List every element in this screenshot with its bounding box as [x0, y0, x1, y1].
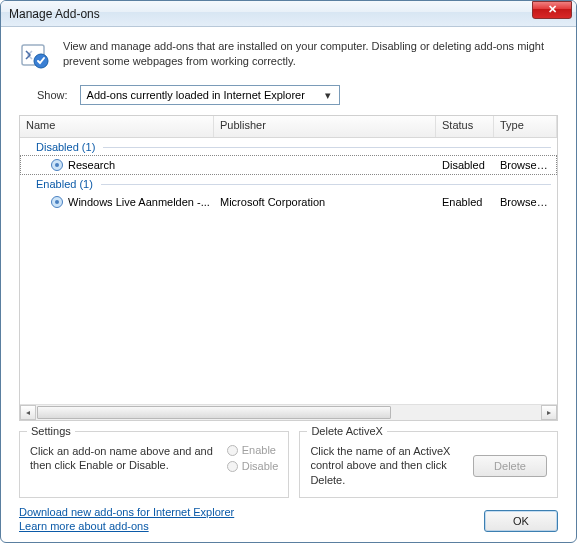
radio-icon — [227, 461, 238, 472]
disable-radio: Disable — [227, 460, 279, 472]
list-body: Disabled (1) Research Disabled Browser E… — [20, 138, 557, 404]
group-header-enabled[interactable]: Enabled (1) — [20, 175, 557, 192]
addon-status: Enabled — [436, 196, 494, 208]
addons-icon — [19, 39, 51, 71]
titlebar[interactable]: Manage Add-ons ✕ — [1, 1, 576, 27]
delete-button: Delete — [473, 455, 547, 477]
show-dropdown[interactable]: Add-ons currently loaded in Internet Exp… — [80, 85, 340, 105]
settings-desc: Click an add-on name above and and then … — [30, 444, 217, 473]
addon-status: Disabled — [436, 159, 494, 171]
header-row: View and manage add-ons that are install… — [19, 39, 558, 71]
window-title: Manage Add-ons — [9, 7, 532, 21]
delete-title: Delete ActiveX — [307, 425, 387, 437]
show-label: Show: — [37, 89, 68, 101]
enable-disable-radios: Enable Disable — [227, 444, 279, 472]
group-label: Disabled (1) — [36, 141, 95, 153]
footer-links: Download new add-ons for Internet Explor… — [19, 506, 474, 532]
bottom-panels: Settings Click an add-on name above and … — [19, 431, 558, 498]
learn-more-link[interactable]: Learn more about add-ons — [19, 520, 149, 532]
addon-type: Browser Ex — [494, 159, 557, 171]
addon-icon — [50, 195, 64, 209]
scroll-track[interactable] — [36, 405, 541, 420]
list-header: Name Publisher Status Type — [20, 116, 557, 138]
group-divider — [101, 184, 551, 185]
horizontal-scrollbar[interactable]: ◂ ▸ — [20, 404, 557, 420]
group-label: Enabled (1) — [36, 178, 93, 190]
list-row[interactable]: Windows Live Aanmelden -... Microsoft Co… — [20, 192, 557, 212]
col-header-publisher[interactable]: Publisher — [214, 116, 436, 137]
addons-list: Name Publisher Status Type Disabled (1) … — [19, 115, 558, 421]
scroll-thumb[interactable] — [37, 406, 391, 419]
svg-point-3 — [55, 163, 59, 167]
ok-button[interactable]: OK — [484, 510, 558, 532]
addon-name: Research — [68, 159, 115, 171]
download-addons-link[interactable]: Download new add-ons for Internet Explor… — [19, 506, 234, 518]
svg-point-5 — [55, 200, 59, 204]
settings-title: Settings — [27, 425, 75, 437]
footer: Download new add-ons for Internet Explor… — [19, 506, 558, 532]
chevron-down-icon: ▾ — [321, 89, 335, 102]
content-area: View and manage add-ons that are install… — [1, 27, 576, 542]
show-row: Show: Add-ons currently loaded in Intern… — [19, 85, 558, 105]
list-row[interactable]: Research Disabled Browser Ex — [20, 155, 557, 175]
manage-addons-dialog: Manage Add-ons ✕ View and manage add-ons… — [0, 0, 577, 543]
addon-type: Browser H — [494, 196, 557, 208]
delete-activex-group: Delete ActiveX Click the name of an Acti… — [299, 431, 558, 498]
col-header-type[interactable]: Type — [494, 116, 557, 137]
scroll-right-button[interactable]: ▸ — [541, 405, 557, 420]
addon-name: Windows Live Aanmelden -... — [68, 196, 210, 208]
radio-icon — [227, 445, 238, 456]
delete-desc: Click the name of an ActiveX control abo… — [310, 444, 463, 487]
disable-label: Disable — [242, 460, 279, 472]
enable-radio: Enable — [227, 444, 279, 456]
addon-publisher: Microsoft Corporation — [214, 196, 436, 208]
settings-group: Settings Click an add-on name above and … — [19, 431, 289, 498]
scroll-left-button[interactable]: ◂ — [20, 405, 36, 420]
group-header-disabled[interactable]: Disabled (1) — [20, 138, 557, 155]
addon-icon — [50, 158, 64, 172]
header-text: View and manage add-ons that are install… — [63, 39, 558, 71]
group-divider — [103, 147, 551, 148]
close-button[interactable]: ✕ — [532, 1, 572, 19]
close-icon: ✕ — [548, 3, 557, 16]
show-dropdown-value: Add-ons currently loaded in Internet Exp… — [87, 89, 321, 101]
enable-label: Enable — [242, 444, 276, 456]
col-header-status[interactable]: Status — [436, 116, 494, 137]
col-header-name[interactable]: Name — [20, 116, 214, 137]
